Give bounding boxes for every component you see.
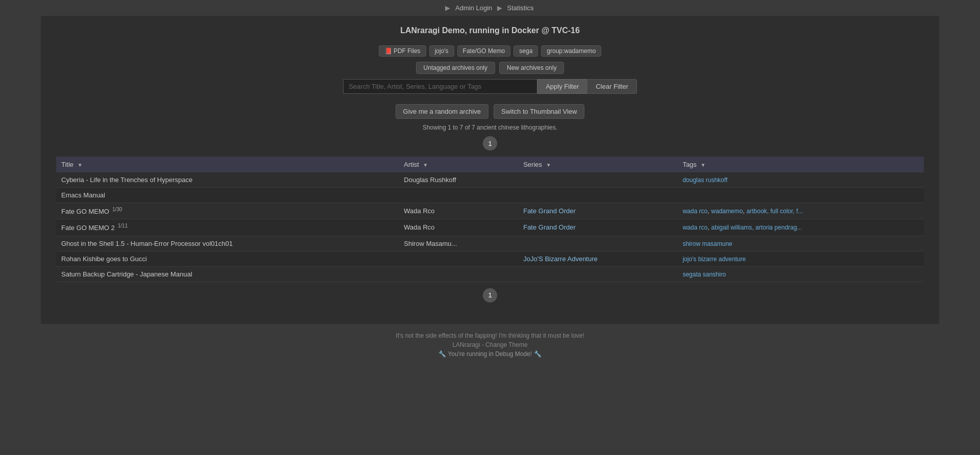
tags-sort-icon: ▼ <box>700 162 705 168</box>
tag-link-0-0[interactable]: douglas rushkoff <box>682 176 727 184</box>
search-input[interactable] <box>343 79 537 94</box>
debug-text: 🔧 You're running in Debug Mode! 🔧 <box>8 350 972 358</box>
cell-artist-0: Douglas Rushkoff <box>399 172 518 188</box>
table-row[interactable]: Cyberia - Life in the Trenches of Hypers… <box>56 172 924 188</box>
pagination-top: 1 <box>56 136 924 150</box>
tag-link-3-0[interactable]: wada rco <box>682 224 707 231</box>
tag-link-5-0[interactable]: jojo's bizarre adventure <box>682 256 746 263</box>
footer-theme: LANraragi - Change Theme <box>8 341 972 348</box>
cell-series-2: Fate Grand Order <box>518 203 677 219</box>
filter-tag-fate-go-memo[interactable]: Fate/GO Memo <box>457 45 511 57</box>
tag-link-2-0[interactable]: wada rco <box>682 208 707 215</box>
artist-sort-icon: ▼ <box>423 162 428 168</box>
tag-link-2-1[interactable]: wadamemo <box>711 208 743 215</box>
title-sort-icon: ▼ <box>78 162 83 168</box>
cell-tags-4: shirow masamune <box>677 236 924 251</box>
random-archive-button[interactable]: Give me a random archive <box>396 104 488 119</box>
cell-title-0: Cyberia - Life in the Trenches of Hypers… <box>56 172 399 188</box>
filter-toggles: Untagged archives only New archives only <box>56 62 924 74</box>
cell-artist-6 <box>399 266 518 282</box>
table-row[interactable]: Fate GO MEMO 21/11Wada RcoFate Grand Ord… <box>56 219 924 236</box>
filter-tag-group-wadamemo[interactable]: group:wadamemo <box>541 45 601 57</box>
filter-tag-sega[interactable]: sega <box>513 45 538 57</box>
nav-arrow: ▶ <box>445 4 450 12</box>
col-artist[interactable]: Artist ▼ <box>399 157 518 172</box>
cell-title-5: Rohan Kishibe goes to Gucci <box>56 251 399 266</box>
apply-filter-button[interactable]: Apply Filter <box>537 79 587 94</box>
cell-series-3: Fate Grand Order <box>518 219 677 236</box>
cell-artist-5 <box>399 251 518 266</box>
cell-series-0 <box>518 172 677 188</box>
thumbnail-view-button[interactable]: Switch to Thumbnail View <box>494 104 584 119</box>
admin-login-link[interactable]: Admin Login <box>455 4 492 12</box>
nav-arrow2: ▶ <box>497 4 502 12</box>
table-row[interactable]: Rohan Kishibe goes to GucciJoJo'S Bizarr… <box>56 251 924 266</box>
new-archives-toggle-btn[interactable]: New archives only <box>499 62 564 74</box>
table-row[interactable]: Saturn Backup Cartridge - Japanese Manua… <box>56 266 924 282</box>
archives-table: Title ▼ Artist ▼ Series ▼ Tags ▼ Cyberia… <box>56 157 924 282</box>
page-number-1[interactable]: 1 <box>483 136 497 150</box>
cell-series-4 <box>518 236 677 251</box>
cell-title-4: Ghost in the Shell 1.5 - Human-Error Pro… <box>56 236 399 251</box>
statistics-link[interactable]: Statistics <box>507 4 534 12</box>
col-tags[interactable]: Tags ▼ <box>677 157 924 172</box>
table-header-row: Title ▼ Artist ▼ Series ▼ Tags ▼ <box>56 157 924 172</box>
search-row: Apply Filter Clear Filter <box>56 79 924 94</box>
tag-link-3-1[interactable]: abigail williams, artoria pendrag... <box>711 224 802 231</box>
action-buttons: Give me a random archive Switch to Thumb… <box>56 104 924 119</box>
cell-artist-2: Wada Rco <box>399 203 518 219</box>
cell-title-2: Fate GO MEMO1/30 <box>56 203 399 219</box>
table-row[interactable]: Fate GO MEMO1/30Wada RcoFate Grand Order… <box>56 203 924 219</box>
cell-series-5: JoJo'S Bizarre Adventure <box>518 251 677 266</box>
cell-title-1: Emacs Manual <box>56 188 399 203</box>
page-badge-3: 1/11 <box>118 223 128 229</box>
col-series[interactable]: Series ▼ <box>518 157 677 172</box>
cell-artist-4: Shirow Masamu... <box>399 236 518 251</box>
tag-link-6-0[interactable]: segata sanshiro <box>682 271 726 278</box>
cell-artist-1 <box>399 188 518 203</box>
cell-series-1 <box>518 188 677 203</box>
clear-filter-button[interactable]: Clear Filter <box>587 79 637 94</box>
col-title[interactable]: Title ▼ <box>56 157 399 172</box>
cell-tags-2: wada rco, wadamemo, artbook, full color,… <box>677 203 924 219</box>
cell-tags-0: douglas rushkoff <box>677 172 924 188</box>
filter-tags: 📕 PDF Filesjojo'sFate/GO Memosegagroup:w… <box>56 45 924 57</box>
tag-link-2-2[interactable]: artbook, full color, f... <box>747 208 803 215</box>
cell-series-6 <box>518 266 677 282</box>
cell-tags-1 <box>677 188 924 203</box>
series-sort-icon: ▼ <box>546 162 551 168</box>
theme-link[interactable]: LANraragi - Change Theme <box>452 341 527 348</box>
page-badge-2: 1/30 <box>112 207 122 212</box>
table-row[interactable]: Emacs Manual <box>56 188 924 203</box>
footer-quote: It's not the side effects of the fapping… <box>8 332 972 339</box>
page-number-bottom-1[interactable]: 1 <box>483 288 497 302</box>
top-nav: ▶ Admin Login ▶ Statistics <box>0 0 980 16</box>
cell-artist-3: Wada Rco <box>399 219 518 236</box>
cell-tags-5: jojo's bizarre adventure <box>677 251 924 266</box>
untagged-toggle-btn[interactable]: Untagged archives only <box>416 62 495 74</box>
footer: It's not the side effects of the fapping… <box>0 324 980 366</box>
showing-text: Showing 1 to 7 of 7 ancient chinese lith… <box>56 124 924 131</box>
cell-tags-3: wada rco, abigail williams, artoria pend… <box>677 219 924 236</box>
cell-tags-6: segata sanshiro <box>677 266 924 282</box>
tag-link-4-0[interactable]: shirow masamune <box>682 240 732 247</box>
table-row[interactable]: Ghost in the Shell 1.5 - Human-Error Pro… <box>56 236 924 251</box>
pagination-bottom: 1 <box>56 288 924 302</box>
site-title: LANraragi Demo, running in Docker @ TVC-… <box>56 26 924 35</box>
cell-title-3: Fate GO MEMO 21/11 <box>56 219 399 236</box>
cell-title-6: Saturn Backup Cartridge - Japanese Manua… <box>56 266 399 282</box>
filter-tag-jojos[interactable]: jojo's <box>429 45 454 57</box>
filter-tag-pdf-files[interactable]: 📕 PDF Files <box>379 45 426 57</box>
main-container: LANraragi Demo, running in Docker @ TVC-… <box>41 16 939 324</box>
